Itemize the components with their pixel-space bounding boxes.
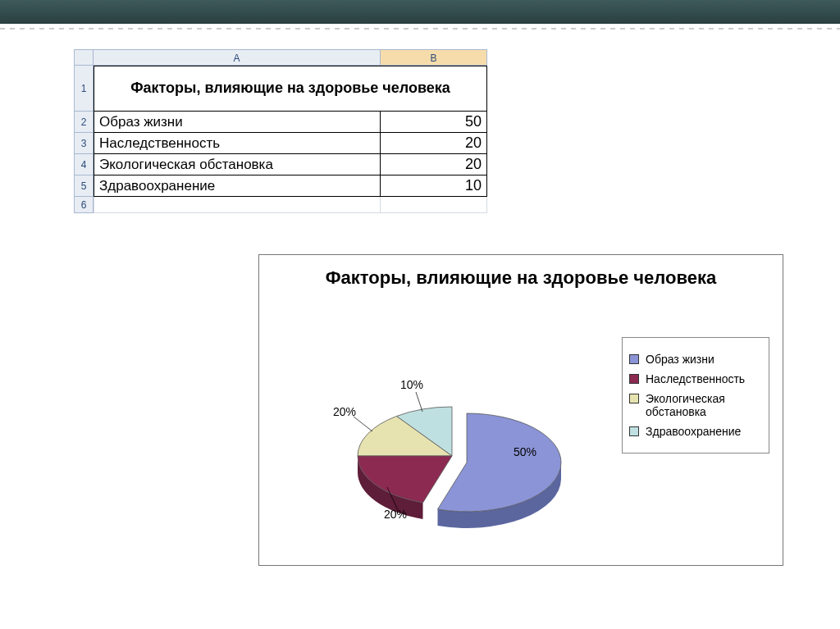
cell-b5[interactable]: 10 (381, 175, 487, 197)
row-header-1[interactable]: 1 (74, 66, 94, 112)
cell-title-merged[interactable]: Факторы, влияющие на здоровье человека (94, 66, 487, 112)
legend-swatch-2 (629, 374, 639, 384)
sheet-body: 1 Факторы, влияющие на здоровье человека… (74, 66, 500, 213)
legend-item-2: Наследственность (629, 372, 762, 385)
sheet-select-all[interactable] (74, 49, 94, 66)
cell-b6[interactable] (381, 197, 487, 213)
row-header-2[interactable]: 2 (74, 112, 94, 133)
cell-a3[interactable]: Наследственность (94, 133, 381, 154)
pie-chart-plot: 50% 20% 20% 10% (292, 345, 604, 542)
leader-line-4 (416, 392, 422, 412)
legend-swatch-3 (629, 394, 639, 403)
col-header-b[interactable]: B (381, 49, 487, 66)
pie-chart-container: Факторы, влияющие на здоровье человека (258, 254, 783, 566)
column-headers: A B (94, 49, 500, 66)
data-label-2: 20% (384, 508, 407, 521)
cell-b2[interactable]: 50 (381, 112, 487, 133)
pie-chart-svg (292, 345, 604, 542)
legend-item-3: Экологическая обстановка (629, 392, 762, 418)
cell-b3[interactable]: 20 (381, 133, 487, 154)
legend-swatch-1 (629, 354, 639, 364)
row-header-5[interactable]: 5 (74, 175, 94, 197)
cell-b4[interactable]: 20 (381, 154, 487, 175)
data-label-4: 10% (400, 378, 423, 391)
cell-a6[interactable] (94, 197, 381, 213)
row-header-3[interactable]: 3 (74, 133, 94, 154)
legend-item-1: Образ жизни (629, 353, 762, 366)
slide-top-bar (0, 0, 840, 25)
row-header-6[interactable]: 6 (74, 197, 94, 213)
chart-title: Факторы, влияющие на здоровье человека (259, 255, 783, 293)
data-label-1: 50% (514, 445, 536, 458)
legend-label-4: Здравоохранение (646, 425, 741, 438)
legend-label-2: Наследственность (646, 372, 745, 385)
row-header-4[interactable]: 4 (74, 154, 94, 175)
legend-label-1: Образ жизни (646, 353, 714, 366)
legend-label-3: Экологическая обстановка (646, 392, 762, 418)
legend-item-4: Здравоохранение (629, 425, 762, 438)
slide-top-rule (0, 28, 840, 30)
data-label-3: 20% (333, 405, 356, 418)
cell-a5[interactable]: Здравоохранение (94, 175, 381, 197)
col-header-a[interactable]: A (94, 49, 381, 66)
cell-a4[interactable]: Экологическая обстановка (94, 154, 381, 175)
cell-a2[interactable]: Образ жизни (94, 112, 381, 133)
legend-swatch-4 (629, 426, 639, 436)
chart-legend: Образ жизни Наследственность Экологическ… (622, 337, 769, 454)
leader-line-3 (354, 417, 372, 431)
